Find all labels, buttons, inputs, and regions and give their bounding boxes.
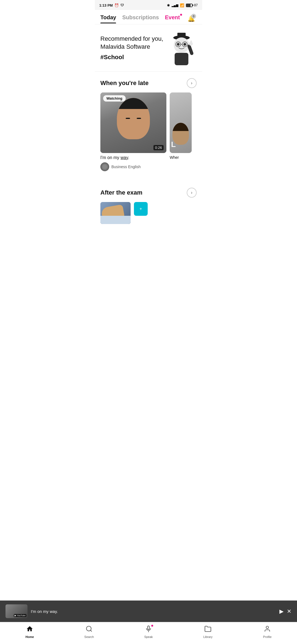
when-late-arrow[interactable]: › [187,78,197,88]
after-exam-header: After the exam › [100,188,197,198]
channel-name: Business English [111,165,141,169]
svg-point-6 [177,43,180,46]
shield-icon: 🛡 [120,3,124,7]
status-bar: 1:13 PM ⏰ 🛡 ✱ ▂▄▆ 📶 87 [95,0,202,10]
video-scroll[interactable]: Watching 0:26 I'm on my way. Business En… [100,92,197,176]
mascot-svg [168,30,195,66]
nav-tabs: Today Subscriptions Event 🔔 0 [95,10,202,24]
video-card-partial[interactable]: L Wher [170,92,192,171]
video-card-main[interactable]: Watching 0:26 I'm on my way. Business En… [100,92,166,171]
video-title-main: I'm on my way. [100,155,166,160]
time-display: 1:13 PM [99,3,113,7]
notification-badge: 0 [191,14,196,19]
battery-icon [186,4,193,7]
recommended-illustration [166,30,197,66]
after-exam-arrow[interactable]: › [187,188,197,198]
after-exam-section: After the exam › + [95,181,202,224]
recommended-text: Recommended for you, Malavida Software #… [100,35,166,61]
wifi-icon: 📶 [180,3,184,7]
recommended-tag: #School [100,54,166,61]
video-duration: 0:26 [153,145,164,150]
alarm-icon: ⏰ [114,3,119,7]
battery-level: 87 [194,3,198,7]
channel-avatar [100,162,109,171]
tab-today[interactable]: Today [100,14,116,23]
recommended-title: Recommended for you, Malavida Software [100,35,166,51]
after-exam-thumb[interactable] [100,202,131,224]
after-exam-title: After the exam [100,189,142,196]
partial-video-title: Wher [170,155,192,160]
after-exam-content: + [100,202,197,224]
event-dot [180,14,182,16]
status-time: 1:13 PM ⏰ 🛡 [99,3,124,7]
svg-rect-9 [187,44,194,56]
svg-rect-8 [175,53,188,65]
tab-event[interactable]: Event [165,14,180,23]
svg-point-7 [183,43,186,46]
video-channel: Business English [100,162,166,171]
recommended-section: Recommended for you, Malavida Software #… [95,24,202,72]
after-exam-cta[interactable]: + [134,202,148,216]
bluetooth-icon: ✱ [167,3,170,7]
signal-icon: ▂▄▆ [172,4,178,7]
watching-badge: Watching [103,95,126,102]
when-late-section: When you're late › [95,72,202,176]
status-right: ✱ ▂▄▆ 📶 87 [167,3,198,7]
when-late-header: When you're late › [100,78,197,88]
tab-subscriptions[interactable]: Subscriptions [122,14,159,23]
video-thumb-partial[interactable]: L [170,92,192,153]
notification-button[interactable]: 🔔 0 [186,13,197,24]
svg-rect-11 [190,40,192,44]
when-late-title: When you're late [100,80,148,87]
video-thumbnail-main[interactable]: Watching 0:26 [100,92,166,153]
